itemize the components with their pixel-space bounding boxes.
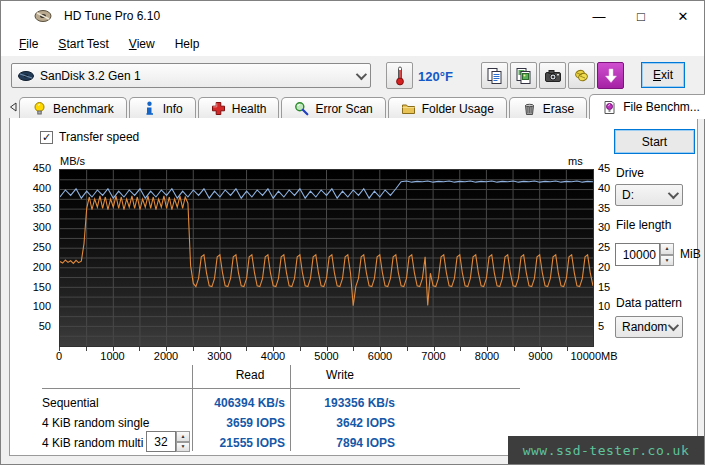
tick-label: 20: [598, 261, 610, 273]
tab-info[interactable]: Info: [129, 97, 196, 119]
tab-error-scan[interactable]: Error Scan: [281, 97, 385, 119]
chevron-down-icon: [356, 68, 367, 79]
start-button[interactable]: Start: [614, 129, 695, 154]
health-cross-icon: [211, 101, 226, 116]
queue-depth-input[interactable]: [146, 431, 176, 452]
minimize-button[interactable]: —: [578, 1, 620, 31]
donate-icon: [573, 67, 591, 85]
tick-label: 100: [10, 300, 55, 312]
tab-folder-usage[interactable]: Folder Usage: [388, 97, 507, 119]
start-button-label: Start: [642, 135, 667, 149]
menu-bar: File Start Test View Help: [1, 31, 704, 56]
tick-label: 250: [10, 241, 55, 253]
tick-label: 200: [10, 261, 55, 273]
menu-file[interactable]: File: [9, 34, 48, 54]
folder-icon: [401, 101, 416, 116]
title-bar: HD Tune Pro 6.10 — □ ✕: [1, 1, 704, 31]
queue-depth-spinner: ▲ ▼: [146, 431, 190, 452]
tick-label: 5: [598, 320, 604, 332]
results-separator: [290, 365, 291, 451]
transfer-speed-label: Transfer speed: [59, 130, 139, 144]
tab-label: Error Scan: [315, 102, 372, 116]
maximize-button[interactable]: □: [620, 1, 662, 31]
left-axis-unit-label: MB/s: [60, 155, 85, 167]
download-button[interactable]: [597, 62, 624, 89]
spin-down-icon[interactable]: ▼: [660, 255, 674, 267]
tab-label: File Benchm...: [623, 100, 700, 114]
x-axis-ticks: 0100020003000400050006000700080009000100…: [59, 350, 594, 364]
data-pattern-label: Data pattern: [616, 296, 682, 310]
menu-help[interactable]: Help: [165, 34, 210, 54]
app-disk-icon: [34, 8, 52, 24]
data-pattern-dropdown[interactable]: Random: [615, 316, 683, 338]
disk-icon: [18, 70, 34, 82]
drive-selector-value: SanDisk 3.2 Gen 1: [40, 69, 141, 83]
tick-label: 10: [598, 300, 610, 312]
drive-dropdown-value: D:: [622, 188, 634, 202]
file-length-label: File length: [616, 218, 671, 232]
info-icon: [142, 101, 157, 116]
menu-view[interactable]: View: [119, 34, 165, 54]
tick-label: 3000: [207, 350, 231, 362]
watermark-banner: www.ssd-tester.co.uk: [508, 436, 704, 464]
tab-benchmark[interactable]: Benchmark: [19, 97, 127, 119]
bulb-icon: [32, 101, 47, 116]
menu-start-test[interactable]: Start Test: [48, 34, 118, 54]
window-title: HD Tune Pro 6.10: [64, 9, 160, 23]
tick-label: 25: [598, 241, 610, 253]
row-label-random-single: 4 KiB random single: [42, 416, 149, 430]
tick-label: 8000: [475, 350, 499, 362]
spin-up-icon[interactable]: ▲: [660, 243, 674, 255]
temperature-button[interactable]: [386, 62, 413, 89]
tab-erase[interactable]: Erase: [509, 97, 587, 119]
tick-label: 10000MB: [570, 350, 617, 362]
tab-file-benchmark[interactable]: File Benchm...: [589, 94, 705, 119]
thermometer-icon: [394, 66, 406, 86]
tick-label: 0: [56, 350, 62, 362]
tick-label: 6000: [368, 350, 392, 362]
tick-label: 350: [10, 202, 55, 214]
screenshot-button[interactable]: [539, 62, 566, 89]
tab-label: Benchmark: [53, 102, 114, 116]
tab-health[interactable]: Health: [198, 97, 280, 119]
tab-label: Erase: [543, 102, 574, 116]
close-button[interactable]: ✕: [662, 1, 704, 31]
tick-label: 50: [10, 320, 55, 332]
data-pattern-value: Random: [622, 320, 667, 334]
write-column-header: Write: [285, 368, 395, 382]
benchmark-chart: [59, 169, 594, 347]
tick-label: 1000: [100, 350, 124, 362]
tick-label: 400: [10, 182, 55, 194]
tick-label: 450: [10, 162, 55, 174]
tab-strip: Benchmark Info Health Error Scan: [1, 94, 704, 119]
tick-label: 45: [598, 162, 610, 174]
tick-label: 7000: [421, 350, 445, 362]
tick-label: 30: [598, 221, 610, 233]
drive-dropdown[interactable]: D:: [615, 184, 683, 206]
tick-label: 5000: [314, 350, 338, 362]
drive-selector-dropdown[interactable]: SanDisk 3.2 Gen 1: [11, 63, 371, 88]
file-length-input[interactable]: [615, 243, 660, 266]
window-controls: — □ ✕: [578, 1, 704, 31]
row-label-sequential: Sequential: [42, 396, 99, 410]
right-axis-unit-label: ms: [568, 155, 583, 167]
random-single-read-value: 3659 IOPS: [185, 416, 285, 430]
file-length-unit: MiB: [680, 247, 701, 261]
download-arrow-icon: [604, 68, 618, 84]
tab-scroll-left-button[interactable]: [9, 98, 17, 116]
tick-label: 35: [598, 202, 610, 214]
chart-plot-area: [60, 170, 593, 346]
watermark-text: www.ssd-tester.co.uk: [523, 443, 690, 458]
tick-label: 15: [598, 281, 610, 293]
copy-text-button[interactable]: [481, 62, 508, 89]
donate-button[interactable]: [568, 62, 595, 89]
drive-label: Drive: [616, 166, 644, 180]
exit-button[interactable]: Exit: [641, 62, 685, 88]
tick-label: 9000: [528, 350, 552, 362]
toolbar: SanDisk 3.2 Gen 1 120°F: [1, 56, 704, 94]
random-multi-write-value: 7894 IOPS: [295, 436, 395, 450]
copy-image-button[interactable]: [510, 62, 537, 89]
magnifier-icon: [294, 101, 309, 116]
tick-label: 150: [10, 281, 55, 293]
file-length-spinner: ▲ ▼: [615, 243, 674, 266]
